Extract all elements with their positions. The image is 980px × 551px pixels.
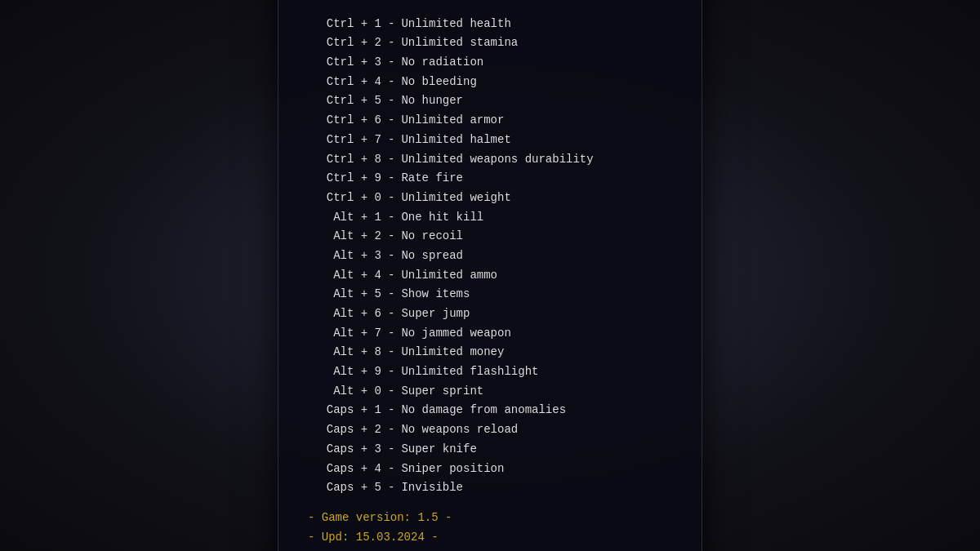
- key-combo: Ctrl + 1: [308, 16, 381, 33]
- key-combo: Ctrl + 9: [308, 170, 381, 188]
- separator: -: [388, 34, 394, 52]
- separator: -: [388, 209, 394, 227]
- key-combo: Ctrl + 4: [308, 73, 381, 91]
- cheat-item: Alt + 2-No recoil: [308, 228, 672, 246]
- cheat-item: Caps + 5-Invisible: [308, 479, 672, 497]
- cheat-description: No bleeding: [401, 73, 476, 91]
- separator: -: [388, 228, 394, 246]
- key-combo: Ctrl + 2: [308, 34, 381, 52]
- key-combo: Caps + 1: [308, 402, 381, 420]
- separator: -: [388, 112, 394, 130]
- key-combo: Alt + 6: [308, 305, 381, 323]
- footer-line[interactable]: - Форум -: [308, 548, 672, 552]
- footer-line: - Game version: 1.5 -: [308, 509, 672, 528]
- cheat-description: No hunger: [401, 92, 463, 110]
- cheat-item: Ctrl + 3-No radiation: [308, 54, 672, 72]
- panel-title: True Stalker: [308, 0, 672, 4]
- key-combo: Alt + 0: [308, 383, 381, 401]
- cheat-item: Alt + 5-Show items: [308, 286, 672, 304]
- key-combo: Ctrl + 6: [308, 112, 381, 130]
- cheat-description: Invisible: [401, 479, 463, 497]
- cheat-item: Ctrl + 0-Unlimited weight: [308, 189, 672, 207]
- cheat-item: Ctrl + 6-Unlimited armor: [308, 112, 672, 130]
- cheat-item: Ctrl + 5-No hunger: [308, 92, 672, 110]
- footer-line: - Upd: 15.03.2024 -: [308, 528, 672, 548]
- separator: -: [388, 267, 394, 285]
- separator: -: [388, 305, 394, 323]
- cheat-item: Alt + 9-Unlimited flashlight: [308, 363, 672, 381]
- key-combo: Alt + 1: [308, 209, 381, 227]
- separator: -: [388, 16, 394, 33]
- cheat-item: Caps + 4-Sniper position: [308, 460, 672, 478]
- cheat-description: Unlimited health: [401, 16, 510, 33]
- separator: -: [388, 170, 394, 188]
- cheat-description: Super sprint: [401, 383, 483, 401]
- key-combo: Alt + 3: [308, 247, 381, 265]
- separator: -: [388, 421, 394, 439]
- cheat-panel: True Stalker Ctrl + 1-Unlimited healthCt…: [278, 0, 702, 551]
- separator: -: [388, 151, 394, 169]
- separator: -: [388, 286, 394, 304]
- cheat-description: Sniper position: [401, 460, 504, 478]
- cheat-item: Ctrl + 2-Unlimited stamina: [308, 34, 672, 52]
- key-combo: Caps + 4: [308, 460, 381, 478]
- cheat-description: One hit kill: [401, 209, 483, 227]
- cheat-description: Unlimited armor: [401, 112, 504, 130]
- cheat-item: Alt + 4-Unlimited ammo: [308, 267, 672, 285]
- key-combo: Alt + 8: [308, 344, 381, 362]
- cheat-item: Alt + 8-Unlimited money: [308, 344, 672, 362]
- separator: -: [388, 363, 394, 381]
- cheat-item: Caps + 1-No damage from anomalies: [308, 402, 672, 420]
- key-combo: Caps + 2: [308, 421, 381, 439]
- cheat-description: No jammed weapon: [401, 325, 510, 343]
- cheat-description: Unlimited weapons durability: [401, 151, 593, 169]
- separator: -: [388, 402, 394, 420]
- cheat-description: No recoil: [401, 228, 463, 246]
- key-combo: Ctrl + 8: [308, 151, 381, 169]
- cheat-description: Unlimited money: [401, 344, 504, 362]
- key-combo: Ctrl + 5: [308, 92, 381, 110]
- cheat-description: Unlimited stamina: [401, 34, 518, 52]
- separator: -: [388, 247, 394, 265]
- cheat-item: Alt + 0-Super sprint: [308, 383, 672, 401]
- key-combo: Alt + 9: [308, 363, 381, 381]
- cheat-item: Ctrl + 4-No bleeding: [308, 73, 672, 91]
- separator: -: [388, 441, 394, 459]
- cheat-description: Unlimited flashlight: [401, 363, 538, 381]
- cheat-description: Unlimited weight: [401, 189, 510, 207]
- separator: -: [388, 73, 394, 91]
- cheat-description: No weapons reload: [401, 421, 518, 439]
- cheat-item: Caps + 2-No weapons reload: [308, 421, 672, 439]
- key-combo: Alt + 5: [308, 286, 381, 304]
- footer: - Game version: 1.5 -- Upd: 15.03.2024 -…: [308, 509, 672, 551]
- separator: -: [388, 344, 394, 362]
- key-combo: Ctrl + 0: [308, 189, 381, 207]
- cheat-item: Ctrl + 7-Unlimited halmet: [308, 131, 672, 149]
- cheat-description: Show items: [401, 286, 470, 304]
- separator: -: [388, 92, 394, 110]
- cheat-description: No spread: [401, 247, 463, 265]
- cheat-description: Super knife: [401, 441, 476, 459]
- cheat-description: Unlimited halmet: [401, 131, 510, 149]
- separator: -: [388, 325, 394, 343]
- cheat-description: Rate fire: [401, 170, 463, 188]
- separator: -: [388, 479, 394, 497]
- cheat-item: Ctrl + 9-Rate fire: [308, 170, 672, 188]
- separator: -: [388, 383, 394, 401]
- cheat-item: Alt + 6-Super jump: [308, 305, 672, 323]
- key-combo: Caps + 5: [308, 479, 381, 497]
- cheat-description: No damage from anomalies: [401, 402, 566, 420]
- cheat-item: Ctrl + 8-Unlimited weapons durability: [308, 151, 672, 169]
- cheat-item: Alt + 3-No spread: [308, 247, 672, 265]
- separator: -: [388, 54, 394, 72]
- cheat-description: Super jump: [401, 305, 470, 323]
- key-combo: Ctrl + 3: [308, 54, 381, 72]
- key-combo: Alt + 2: [308, 228, 381, 246]
- separator: -: [388, 460, 394, 478]
- cheat-description: No radiation: [401, 54, 483, 72]
- key-combo: Alt + 7: [308, 325, 381, 343]
- key-combo: Alt + 4: [308, 267, 381, 285]
- cheat-item: Caps + 3-Super knife: [308, 441, 672, 459]
- cheat-description: Unlimited ammo: [401, 267, 497, 285]
- separator: -: [388, 131, 394, 149]
